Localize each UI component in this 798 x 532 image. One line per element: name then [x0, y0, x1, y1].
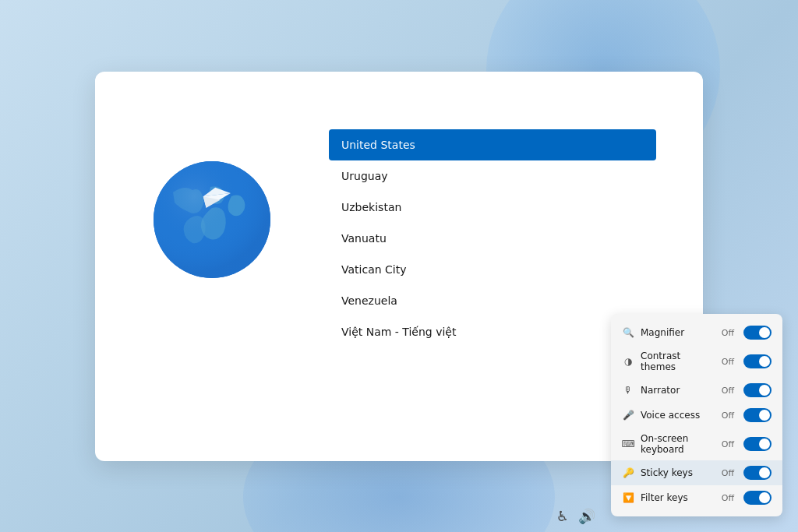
panel-icon-voice-access: 🎤 [622, 409, 634, 421]
panel-label-filter-keys: Filter keys [641, 492, 715, 503]
panel-toggle-sticky-keys[interactable] [743, 466, 772, 480]
panel-row-on-screen-keyboard[interactable]: ⌨ On-screen keyboard Off [611, 428, 782, 460]
panel-label-narrator: Narrator [641, 385, 715, 396]
panel-toggle-voice-access[interactable] [743, 408, 772, 422]
panel-toggle-on-screen-keyboard[interactable] [743, 437, 772, 451]
panel-icon-narrator: 🎙 [622, 384, 634, 396]
panel-row-filter-keys[interactable]: 🔽 Filter keys Off [611, 485, 782, 510]
panel-icon-sticky-keys: 🔑 [622, 467, 634, 479]
panel-label-magnifier: Magnifier [641, 327, 715, 338]
panel-status-on-screen-keyboard: Off [722, 439, 734, 449]
panel-icon-on-screen-keyboard: ⌨ [622, 438, 634, 450]
country-item-uzbekistan[interactable]: Uzbekistan [329, 192, 656, 223]
panel-status-sticky-keys: Off [722, 468, 734, 478]
country-item-venezuela[interactable]: Venezuela [329, 285, 656, 316]
country-item-vanuatu[interactable]: Vanuatu [329, 223, 656, 254]
panel-label-on-screen-keyboard: On-screen keyboard [641, 433, 715, 455]
panel-label-contrast-themes: Contrast themes [641, 351, 715, 372]
panel-icon-filter-keys: 🔽 [622, 491, 634, 504]
country-item-united-states[interactable]: United States [329, 129, 656, 160]
panel-toggle-magnifier[interactable] [743, 326, 772, 340]
country-list: United StatesUruguayUzbekistanVanuatuVat… [329, 129, 656, 347]
panel-toggle-filter-keys[interactable] [743, 491, 772, 505]
panel-row-voice-access[interactable]: 🎤 Voice access Off [611, 403, 782, 428]
taskbar-icons: ♿ 🔊 [556, 508, 595, 524]
volume-taskbar-icon[interactable]: 🔊 [578, 508, 595, 524]
country-item-uruguay[interactable]: Uruguay [329, 160, 656, 192]
globe-container [142, 111, 282, 282]
panel-row-sticky-keys[interactable]: 🔑 Sticky keys Off [611, 460, 782, 485]
panel-icon-magnifier: 🔍 [622, 326, 634, 339]
panel-status-contrast-themes: Off [722, 357, 734, 367]
panel-icon-contrast-themes: ◑ [622, 355, 634, 368]
country-item-viet-nam[interactable]: Việt Nam - Tiếng việt [329, 316, 656, 347]
panel-status-voice-access: Off [722, 410, 734, 421]
panel-label-voice-access: Voice access [641, 410, 715, 421]
panel-row-magnifier[interactable]: 🔍 Magnifier Off [611, 320, 782, 345]
panel-status-magnifier: Off [722, 328, 734, 338]
panel-row-narrator[interactable]: 🎙 Narrator Off [611, 378, 782, 403]
panel-toggle-narrator[interactable] [743, 383, 772, 397]
globe-illustration [150, 157, 274, 282]
country-item-vatican-city[interactable]: Vatican City [329, 254, 656, 285]
panel-status-narrator: Off [722, 386, 734, 396]
panel-label-sticky-keys: Sticky keys [641, 467, 715, 478]
panel-status-filter-keys: Off [722, 493, 734, 503]
panel-toggle-contrast-themes[interactable] [743, 354, 772, 368]
svg-point-2 [154, 161, 270, 278]
accessibility-taskbar-icon[interactable]: ♿ [556, 508, 569, 524]
content-area: United StatesUruguayUzbekistanVanuatuVat… [329, 111, 656, 347]
accessibility-panel: 🔍 Magnifier Off ◑ Contrast themes Off 🎙 … [611, 314, 782, 516]
panel-row-contrast-themes[interactable]: ◑ Contrast themes Off [611, 345, 782, 378]
